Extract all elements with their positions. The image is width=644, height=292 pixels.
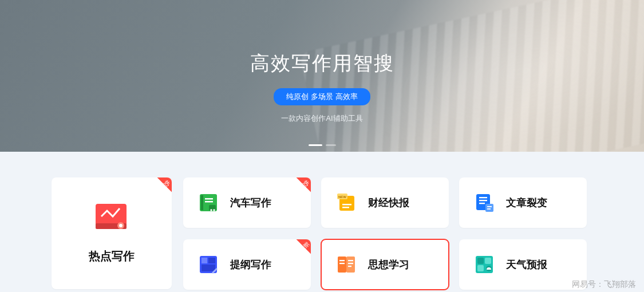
svg-rect-12 (342, 204, 351, 206)
card-outline-writing[interactable]: 新 提纲写作 (183, 239, 311, 290)
svg-rect-29 (339, 260, 345, 261)
hero-subtitle: 一款内容创作AI辅助工具 (281, 113, 362, 124)
svg-rect-25 (208, 258, 215, 263)
card-hot-writing[interactable]: 热 热点写作 (52, 177, 172, 289)
card-label: 热点写作 (89, 248, 135, 264)
card-label: 提纲写作 (230, 258, 271, 271)
layout-edit-icon (198, 254, 219, 275)
svg-rect-27 (338, 257, 346, 273)
watermark: 网易号：飞翔部落 (572, 279, 636, 290)
svg-point-10 (213, 209, 215, 211)
svg-rect-24 (202, 258, 207, 263)
svg-point-3 (119, 224, 123, 227)
svg-rect-13 (342, 207, 349, 208)
svg-rect-19 (479, 203, 485, 204)
svg-rect-21 (487, 206, 492, 207)
hero-banner: 高效写作用智搜 纯原创 多场景 高效率 一款内容创作AI辅助工具 (0, 0, 644, 152)
news-badge-icon: NEW (336, 192, 357, 213)
book-car-icon (198, 192, 219, 213)
svg-rect-28 (346, 257, 355, 273)
card-label: 文章裂变 (506, 196, 547, 210)
svg-rect-37 (477, 265, 484, 271)
hot-badge: 热 (290, 177, 311, 198)
svg-rect-5 (201, 195, 203, 210)
svg-text:NEW: NEW (338, 195, 346, 199)
weather-tile-icon (474, 254, 495, 275)
svg-rect-32 (348, 263, 353, 264)
card-label: 天气预报 (506, 258, 547, 271)
hero-content: 高效写作用智搜 纯原创 多场景 高效率 一款内容创作AI辅助工具 (0, 50, 644, 124)
monitor-chart-icon (93, 203, 130, 232)
svg-rect-33 (348, 266, 351, 267)
hero-tag-pill: 纯原创 多场景 高效率 (274, 88, 370, 105)
svg-rect-30 (339, 263, 345, 264)
card-thought-study[interactable]: 思想学习 (321, 239, 449, 290)
svg-rect-22 (487, 208, 491, 210)
card-label: 财经快报 (368, 196, 409, 210)
svg-rect-6 (205, 198, 213, 200)
docs-stack-icon (474, 192, 495, 213)
carousel-indicator[interactable] (309, 144, 336, 146)
hot-badge: 热 (151, 177, 172, 198)
svg-rect-17 (479, 197, 487, 198)
svg-rect-36 (485, 258, 491, 264)
card-auto-writing[interactable]: 热 汽车写作 (183, 177, 311, 228)
card-article-split[interactable]: 文章裂变 (459, 177, 587, 228)
hero-title: 高效写作用智搜 (250, 50, 394, 77)
card-label: 汽车写作 (230, 196, 271, 210)
svg-rect-35 (477, 258, 484, 264)
open-book-icon (336, 254, 357, 275)
category-cards: 热 热点写作 热 (0, 152, 644, 290)
card-weather-forecast[interactable]: 天气预报 (459, 239, 587, 290)
svg-rect-20 (485, 204, 493, 212)
card-finance-news[interactable]: NEW 财经快报 (321, 177, 449, 228)
card-label: 思想学习 (368, 258, 409, 271)
svg-rect-26 (202, 265, 215, 271)
svg-rect-31 (348, 260, 353, 261)
svg-rect-7 (205, 201, 213, 203)
new-badge: 新 (290, 239, 311, 260)
svg-rect-18 (479, 200, 487, 201)
svg-point-9 (210, 209, 212, 211)
